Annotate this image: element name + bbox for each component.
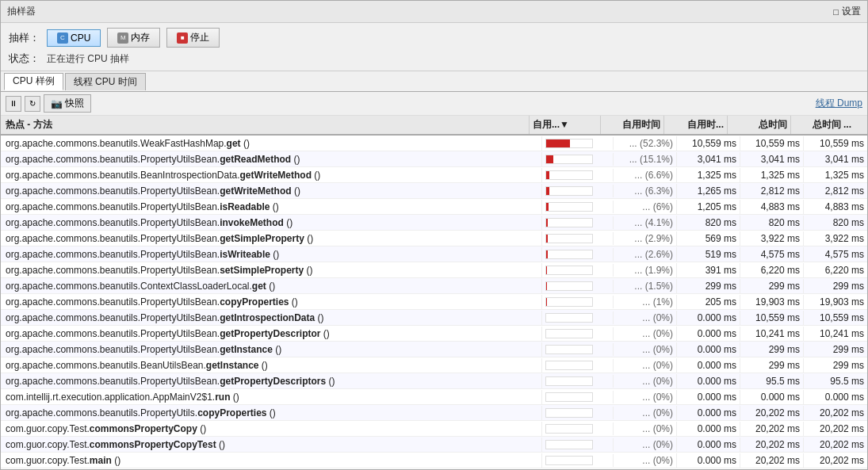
table-row[interactable]: org.apache.commons.beanutils.PropertyUti…	[1, 373, 867, 389]
cell-self-bar	[542, 296, 614, 308]
settings-label[interactable]: 设置	[842, 5, 861, 18]
action-bar-right: 线程 Dump	[816, 97, 862, 110]
cell-self-time1: 0.000 ms	[677, 453, 740, 468]
cell-self-bar	[542, 359, 614, 372]
cell-total-time1: 3,041 ms	[740, 152, 804, 166]
table-row[interactable]: org.apache.commons.beanutils.PropertyUti…	[1, 262, 867, 278]
cell-self-pct: ... (2.9%)	[614, 231, 677, 246]
cell-self-bar	[542, 375, 614, 388]
cell-self-pct: ... (0%)	[614, 406, 677, 420]
title-bar: 抽样器 □ 设置	[1, 1, 867, 23]
cell-method: org.apache.commons.beanutils.BeanUtilsBe…	[1, 358, 542, 373]
cell-self-bar	[542, 407, 614, 419]
status-label: 状态：	[9, 52, 40, 66]
header-total-time2[interactable]: 总时间 ...	[791, 116, 855, 134]
cell-self-pct: ... (0%)	[614, 342, 677, 357]
cell-self-pct: ... (0%)	[614, 390, 677, 404]
table-header: 热点 - 方法 自用...▼ 自用时间 自用时... 总时间 总时间 ...	[1, 116, 867, 136]
cell-self-time1: 299 ms	[677, 279, 740, 293]
cell-total-time2: 820 ms	[804, 216, 867, 230]
cell-total-time1: 299 ms	[740, 279, 804, 293]
cell-total-time1: 10,559 ms	[740, 136, 804, 151]
table-row[interactable]: org.apache.commons.beanutils.PropertyUti…	[1, 246, 867, 262]
cell-self-bar	[542, 391, 614, 403]
cell-method: com.guor.copy.Test.main ()	[1, 453, 542, 468]
cell-self-pct: ... (6.3%)	[614, 184, 677, 198]
cell-self-pct: ... (0%)	[614, 422, 677, 436]
refresh-icon: ↻	[29, 99, 36, 108]
cell-total-time1: 4,883 ms	[740, 200, 804, 214]
table-row[interactable]: com.guor.copy.Test.commonsPropertyCopy (…	[1, 421, 867, 437]
tabs-bar: CPU 样例 线程 CPU 时间	[1, 71, 867, 92]
header-self-pct[interactable]: 自用时间	[601, 116, 664, 134]
cell-total-time1: 2,812 ms	[740, 184, 804, 198]
header-self-time[interactable]: 自用时...	[664, 116, 728, 134]
cell-method: org.apache.commons.beanutils.PropertyUti…	[1, 184, 542, 198]
cell-total-time1: 299 ms	[740, 342, 804, 357]
cell-self-pct: ... (0%)	[614, 311, 677, 325]
cell-total-time1: 20,202 ms	[740, 406, 804, 420]
table-row[interactable]: com.guor.copy.Test.commonsPropertyCopyTe…	[1, 437, 867, 453]
table-row[interactable]: org.apache.commons.beanutils.BeanIntrosp…	[1, 167, 867, 183]
cell-total-time2: 1,325 ms	[804, 168, 867, 182]
cell-self-bar	[542, 216, 614, 229]
table-row[interactable]: org.apache.commons.beanutils.PropertyUti…	[1, 151, 867, 167]
refresh-button[interactable]: ↻	[25, 96, 40, 112]
snapshot-button[interactable]: 📷 快照	[44, 94, 91, 113]
cell-total-time2: 299 ms	[804, 358, 867, 373]
table-row[interactable]: org.apache.commons.beanutils.PropertyUti…	[1, 326, 867, 342]
table-row[interactable]: org.apache.commons.beanutils.PropertyUti…	[1, 310, 867, 326]
cell-total-time2: 10,241 ms	[804, 327, 867, 341]
pause-button[interactable]: ⏸	[6, 96, 21, 112]
cell-method: org.apache.commons.beanutils.PropertyUti…	[1, 342, 542, 357]
table-row[interactable]: com.guor.copy.Test.main ()... (0%)0.000 …	[1, 453, 867, 468]
table-row[interactable]: org.apache.commons.beanutils.ContextClas…	[1, 278, 867, 294]
table-row[interactable]: org.apache.commons.beanutils.PropertyUti…	[1, 405, 867, 421]
table-row[interactable]: org.apache.commons.beanutils.PropertyUti…	[1, 215, 867, 231]
cell-self-bar	[542, 343, 614, 356]
tab-thread[interactable]: 线程 CPU 时间	[65, 73, 146, 90]
cell-self-pct: ... (0%)	[614, 453, 677, 468]
cell-self-time1: 205 ms	[677, 295, 740, 309]
thread-dump-label[interactable]: 线程 Dump	[816, 97, 862, 109]
cpu-btn-label: CPU	[71, 32, 90, 44]
cell-total-time1: 299 ms	[740, 358, 804, 373]
window-title: 抽样器	[7, 5, 36, 18]
tab-cpu[interactable]: CPU 样例	[4, 73, 63, 90]
header-self-bar[interactable]: 自用...▼	[530, 116, 601, 134]
status-text: 正在进行 CPU 抽样	[47, 52, 129, 66]
cell-method: org.apache.commons.beanutils.PropertyUti…	[1, 295, 542, 309]
table-row[interactable]: org.apache.commons.beanutils.PropertyUti…	[1, 231, 867, 246]
cell-self-pct: ... (0%)	[614, 438, 677, 452]
cell-total-time1: 20,202 ms	[740, 438, 804, 452]
cell-total-time2: 10,559 ms	[804, 311, 867, 325]
table-row[interactable]: org.apache.commons.beanutils.PropertyUti…	[1, 199, 867, 215]
cell-self-time1: 1,205 ms	[677, 200, 740, 214]
table-row[interactable]: org.apache.commons.beanutils.PropertyUti…	[1, 294, 867, 310]
cell-self-time1: 1,325 ms	[677, 168, 740, 182]
cell-self-time1: 0.000 ms	[677, 438, 740, 452]
cell-self-pct: ... (6%)	[614, 200, 677, 214]
cell-total-time1: 6,220 ms	[740, 263, 804, 277]
cell-self-time1: 3,041 ms	[677, 152, 740, 166]
table-row[interactable]: org.apache.commons.beanutils.WeakFastHas…	[1, 136, 867, 151]
cell-total-time2: 20,202 ms	[804, 422, 867, 436]
cell-self-bar	[542, 169, 614, 182]
cell-self-bar	[542, 327, 614, 340]
table-row[interactable]: org.apache.commons.beanutils.BeanUtilsBe…	[1, 357, 867, 373]
cpu-button[interactable]: C CPU	[47, 29, 101, 47]
cell-method: org.apache.commons.beanutils.WeakFastHas…	[1, 136, 542, 151]
stop-button[interactable]: ■ 停止	[166, 28, 220, 48]
snapshot-label: 快照	[65, 97, 84, 110]
table-row[interactable]: org.apache.commons.beanutils.PropertyUti…	[1, 342, 867, 357]
table-row[interactable]: com.intellij.rt.execution.application.Ap…	[1, 389, 867, 405]
cell-total-time2: 0.000 ms	[804, 390, 867, 404]
cell-total-time1: 10,559 ms	[740, 311, 804, 325]
memory-button[interactable]: M 内存	[107, 28, 160, 48]
cell-self-time1: 0.000 ms	[677, 406, 740, 420]
action-bar-left: ⏸ ↻ 📷 快照	[6, 94, 91, 113]
cell-self-bar	[542, 232, 614, 245]
header-total-time1[interactable]: 总时间	[728, 116, 791, 134]
table-row[interactable]: org.apache.commons.beanutils.PropertyUti…	[1, 183, 867, 199]
table-container: 热点 - 方法 自用...▼ 自用时间 自用时... 总时间 总时间 ... o…	[1, 116, 867, 469]
